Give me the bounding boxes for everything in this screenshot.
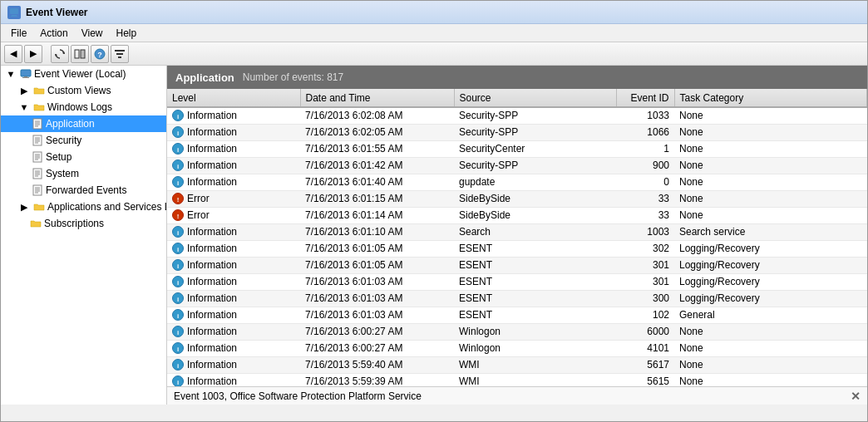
level-text: Information bbox=[187, 243, 237, 254]
col-level[interactable]: Level bbox=[167, 89, 300, 107]
tree-item-windows-logs[interactable]: ▼ Windows Logs bbox=[1, 99, 166, 115]
col-eventid[interactable]: Event ID bbox=[616, 89, 674, 107]
folder-icon-sub bbox=[29, 217, 42, 230]
app-icon bbox=[7, 6, 21, 19]
svg-text:!: ! bbox=[177, 196, 180, 204]
menu-file[interactable]: File bbox=[4, 26, 33, 41]
table-row[interactable]: iInformation7/16/2013 6:01:10 AMSearch10… bbox=[167, 223, 867, 240]
left-panel: ▼ Event Viewer (Local) ▶ Custom Views ▼ … bbox=[1, 66, 167, 405]
refresh-button[interactable] bbox=[51, 45, 69, 63]
table-row[interactable]: iInformation7/16/2013 6:00:27 AMWinlogon… bbox=[167, 340, 867, 356]
info-icon: i bbox=[172, 342, 184, 354]
level-text: Information bbox=[187, 259, 237, 271]
tree-label-app-services: Applications and Services Lo bbox=[47, 201, 167, 213]
folder-icon-wl bbox=[32, 101, 46, 114]
table-row[interactable]: iInformation7/16/2013 6:01:03 AMESENT102… bbox=[167, 307, 867, 323]
event-table-container[interactable]: Level Date and Time Source Event ID Task… bbox=[167, 89, 867, 386]
table-row[interactable]: iInformation7/16/2013 6:01:05 AMESENT301… bbox=[167, 257, 867, 273]
svg-text:?: ? bbox=[97, 51, 102, 59]
table-row[interactable]: !Error7/16/2013 6:01:15 AMSideBySide33No… bbox=[167, 190, 867, 207]
table-row[interactable]: iInformation7/16/2013 6:02:08 AMSecurity… bbox=[167, 107, 867, 124]
cell-level: !Error bbox=[167, 190, 300, 207]
filter-button[interactable] bbox=[111, 45, 129, 63]
level-text: Information bbox=[187, 159, 237, 171]
cell-datetime: 7/16/2013 6:01:42 AM bbox=[300, 157, 454, 174]
table-row[interactable]: iInformation7/16/2013 5:59:39 AMWMI5615N… bbox=[167, 373, 867, 386]
menu-action[interactable]: Action bbox=[33, 26, 74, 41]
info-icon: i bbox=[172, 176, 184, 188]
cell-source: SecurityCenter bbox=[454, 140, 616, 157]
table-row[interactable]: iInformation7/16/2013 6:01:03 AMESENT300… bbox=[167, 290, 867, 307]
col-datetime[interactable]: Date and Time bbox=[300, 89, 454, 107]
tree-item-forwarded-events[interactable]: Forwarded Events bbox=[1, 182, 166, 199]
table-row[interactable]: iInformation7/16/2013 6:01:03 AMESENT301… bbox=[167, 273, 867, 290]
col-task[interactable]: Task Category bbox=[674, 89, 867, 107]
cell-task: None bbox=[674, 340, 867, 356]
table-row[interactable]: !Error7/16/2013 6:01:14 AMSideBySide33No… bbox=[167, 207, 867, 223]
tree-item-security[interactable]: Security bbox=[1, 132, 166, 149]
cell-task: General bbox=[674, 307, 867, 323]
cell-level: iInformation bbox=[167, 174, 300, 190]
tree-item-application[interactable]: Application bbox=[1, 115, 166, 132]
cell-eventid: 102 bbox=[616, 307, 674, 323]
error-icon: ! bbox=[172, 209, 184, 221]
status-close-button[interactable]: ✕ bbox=[851, 390, 861, 403]
help-button[interactable]: ? bbox=[91, 45, 109, 63]
cell-task: Logging/Recovery bbox=[674, 273, 867, 290]
tree-item-system[interactable]: System bbox=[1, 165, 166, 182]
svg-text:i: i bbox=[177, 113, 179, 120]
cell-datetime: 7/16/2013 5:59:40 AM bbox=[300, 356, 454, 373]
cell-datetime: 7/16/2013 5:59:39 AM bbox=[300, 373, 454, 386]
tree-label-local: Event Viewer (Local) bbox=[34, 68, 126, 80]
table-row[interactable]: iInformation7/16/2013 6:01:40 AMgupdate0… bbox=[167, 174, 867, 190]
svg-text:i: i bbox=[177, 146, 179, 154]
cell-task: None bbox=[674, 157, 867, 174]
main-container: ▼ Event Viewer (Local) ▶ Custom Views ▼ … bbox=[1, 66, 867, 405]
svg-text:i: i bbox=[177, 246, 179, 253]
table-header-row: Level Date and Time Source Event ID Task… bbox=[167, 89, 867, 107]
cell-eventid: 900 bbox=[616, 157, 674, 174]
menu-view[interactable]: View bbox=[75, 26, 110, 41]
cell-datetime: 7/16/2013 6:01:03 AM bbox=[300, 307, 454, 323]
menu-help[interactable]: Help bbox=[110, 26, 144, 41]
level-text: Information bbox=[187, 226, 237, 238]
info-icon: i bbox=[172, 309, 184, 321]
cell-datetime: 7/16/2013 6:01:10 AM bbox=[300, 223, 454, 240]
level-text: Information bbox=[187, 309, 237, 321]
back-button[interactable]: ◀ bbox=[4, 45, 22, 63]
table-row[interactable]: iInformation7/16/2013 6:00:27 AMWinlogon… bbox=[167, 323, 867, 340]
tree-item-app-services[interactable]: ▶ Applications and Services Lo bbox=[1, 199, 166, 215]
expand-icon-cv: ▶ bbox=[17, 84, 31, 97]
table-row[interactable]: iInformation7/16/2013 6:02:05 AMSecurity… bbox=[167, 124, 867, 140]
cell-level: iInformation bbox=[167, 223, 300, 240]
cell-source: Search bbox=[454, 223, 616, 240]
folder-icon-as bbox=[32, 200, 46, 213]
col-source[interactable]: Source bbox=[454, 89, 616, 107]
forward-button[interactable]: ▶ bbox=[24, 45, 42, 63]
info-icon: i bbox=[172, 259, 184, 271]
svg-text:i: i bbox=[177, 263, 179, 270]
cell-level: iInformation bbox=[167, 356, 300, 373]
svg-rect-26 bbox=[33, 152, 42, 162]
show-hide-button[interactable] bbox=[71, 45, 89, 63]
info-icon: i bbox=[172, 143, 184, 155]
tree-item-subscriptions[interactable]: Subscriptions bbox=[1, 215, 166, 232]
cell-source: gupdate bbox=[454, 174, 616, 190]
svg-rect-15 bbox=[22, 77, 29, 78]
svg-rect-21 bbox=[33, 135, 42, 145]
menu-bar: File Action View Help bbox=[1, 24, 867, 42]
table-row[interactable]: iInformation7/16/2013 6:01:55 AMSecurity… bbox=[167, 140, 867, 157]
cell-task: None bbox=[674, 174, 867, 190]
info-icon: i bbox=[172, 243, 184, 254]
table-row[interactable]: iInformation7/16/2013 6:01:05 AMESENT302… bbox=[167, 240, 867, 257]
svg-rect-36 bbox=[33, 185, 42, 195]
cell-source: Security-SPP bbox=[454, 157, 616, 174]
tree-item-custom-views[interactable]: ▶ Custom Views bbox=[1, 82, 166, 99]
table-row[interactable]: iInformation7/16/2013 5:59:40 AMWMI5617N… bbox=[167, 356, 867, 373]
svg-text:i: i bbox=[177, 362, 179, 370]
table-row[interactable]: iInformation7/16/2013 6:01:42 AMSecurity… bbox=[167, 157, 867, 174]
tree-item-local[interactable]: ▼ Event Viewer (Local) bbox=[1, 66, 166, 82]
cell-source: ESENT bbox=[454, 240, 616, 257]
computer-icon bbox=[19, 67, 32, 81]
tree-item-setup[interactable]: Setup bbox=[1, 149, 166, 165]
